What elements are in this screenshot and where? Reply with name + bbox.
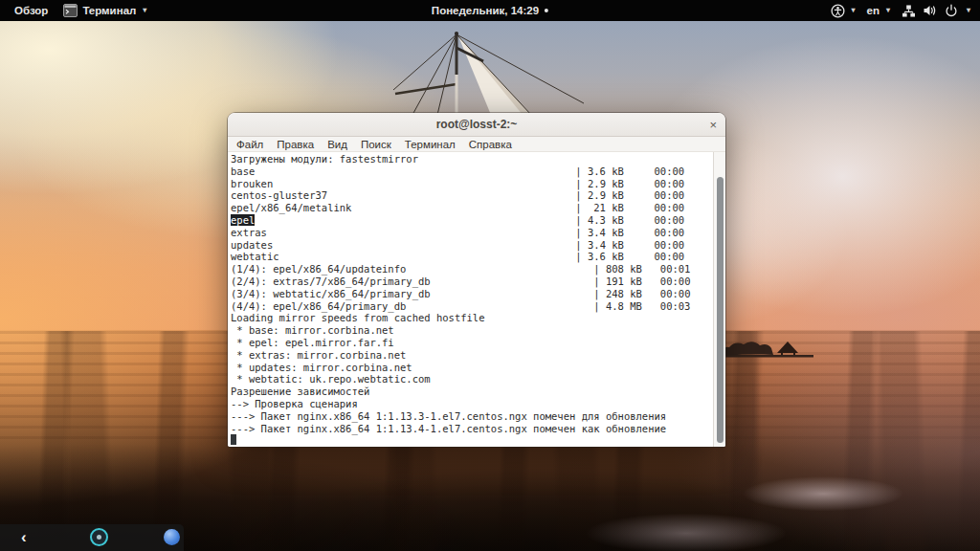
clock-menu[interactable]: Понедельник, 14:29	[432, 0, 548, 21]
desktop: Обзор Терминал ▾ Понедельник, 14:29	[0, 0, 980, 551]
activities-button[interactable]: Обзор	[14, 5, 48, 16]
power-icon	[945, 4, 958, 17]
terminal-line: Loading mirror speeds from cached hostfi…	[231, 312, 725, 324]
close-button[interactable]: ×	[709, 119, 717, 131]
terminal-line: centos-gluster37 | 2.9 kB 00:00	[231, 189, 725, 202]
terminal-line: brouken | 2.9 kB 00:00	[231, 178, 725, 190]
menu-file[interactable]: Файл	[230, 139, 270, 150]
terminal-line: updates | 3.4 kB 00:00	[231, 239, 725, 252]
top-bar: Обзор Терминал ▾ Понедельник, 14:29	[0, 0, 980, 21]
terminal-line: (1/4): epel/x86_64/updateinfo | 808 kB 0…	[231, 263, 725, 276]
terminal-line: (3/4): webtatic/x86_64/primary_db | 248 …	[231, 288, 725, 300]
terminal-line: epel/x86_64/metalink | 21 kB 00:00	[231, 202, 725, 214]
notification-dot	[545, 9, 548, 12]
terminal-line: base | 3.6 kB 00:00	[231, 165, 725, 178]
window-title: root@losst-2:~	[436, 118, 518, 131]
terminal-line: * extras: mirror.corbina.net	[231, 349, 725, 362]
terminal-pane[interactable]: Загружены модули: fastestmirrorbase | 3.…	[228, 152, 725, 447]
menu-search[interactable]: Поиск	[354, 139, 398, 150]
chevron-down-icon: ▾	[967, 7, 970, 14]
terminal-line: ---> Пакет nginx.x86_64 1:1.13.3-1.el7.c…	[231, 410, 725, 423]
window-titlebar[interactable]: root@losst-2:~ ×	[228, 113, 725, 137]
keyboard-layout-label: en	[867, 5, 880, 16]
terminal-output: Загружены модули: fastestmirrorbase | 3.…	[228, 152, 725, 447]
terminal-line: ---> Пакет nginx.x86_64 1:1.13.4-1.el7.c…	[231, 423, 725, 435]
terminal-line: * epel: epel.mirror.far.fi	[231, 337, 725, 349]
accessibility-icon	[831, 4, 845, 18]
selected-text: epel	[231, 214, 255, 226]
terminal-line: * webtatic: uk.repo.webtatic.com	[231, 373, 725, 386]
menu-edit[interactable]: Правка	[270, 139, 321, 150]
menu-bar: ФайлПравкаВидПоискТерминалСправка	[228, 137, 725, 152]
clock-label: Понедельник, 14:29	[432, 5, 539, 16]
chevron-down-icon: ▾	[143, 7, 146, 14]
chevron-down-icon: ▾	[886, 7, 890, 14]
dock-app-icon[interactable]	[164, 529, 180, 545]
text-cursor	[231, 434, 236, 445]
terminal-line: (2/4): extras/7/x86_64/primary_db | 191 …	[231, 276, 725, 288]
terminal-app-icon	[63, 4, 78, 17]
accessibility-menu[interactable]: ▾	[831, 4, 856, 18]
terminal-line: epel | 4.3 kB 00:00	[231, 214, 725, 227]
terminal-line: * updates: mirror.corbina.net	[231, 362, 725, 374]
terminal-line: Загружены модули: fastestmirror	[231, 153, 725, 165]
terminal-line: extras | 3.4 kB 00:00	[231, 227, 725, 239]
scrollbar[interactable]	[713, 152, 725, 447]
terminal-line: Разрешение зависимостей	[231, 386, 725, 398]
chevron-down-icon: ▾	[852, 7, 856, 14]
keyboard-layout-menu[interactable]: en ▾	[867, 5, 890, 16]
menu-view[interactable]: Вид	[321, 139, 354, 150]
chevron-left-icon[interactable]: ‹	[21, 527, 27, 548]
ship-mast-illustration	[388, 19, 589, 117]
dock-terminal-icon[interactable]	[90, 528, 108, 546]
terminal-line: webtatic | 3.6 kB 00:00	[231, 251, 725, 263]
island-silhouette	[718, 334, 825, 366]
terminal-cursor-line	[231, 434, 725, 447]
terminal-line: * base: mirror.corbina.net	[231, 324, 725, 337]
menu-terminal[interactable]: Терминал	[398, 139, 462, 150]
app-menu[interactable]: Терминал ▾	[63, 4, 146, 17]
activities-label: Обзор	[14, 5, 48, 16]
terminal-line: --> Проверка сценария	[231, 398, 725, 410]
app-menu-label: Терминал	[82, 5, 136, 16]
menu-help[interactable]: Справка	[462, 139, 519, 150]
volume-icon	[923, 4, 938, 17]
system-menu[interactable]: ▾	[902, 4, 970, 17]
terminal-line: (4/4): epel/x86_64/primary_db | 4.8 MB 0…	[231, 300, 725, 313]
terminal-window: root@losst-2:~ × ФайлПравкаВидПоискТерми…	[228, 113, 725, 447]
wired-network-icon	[902, 5, 916, 17]
scrollbar-thumb[interactable]	[717, 177, 724, 443]
window-list-dock: ‹	[0, 524, 184, 551]
